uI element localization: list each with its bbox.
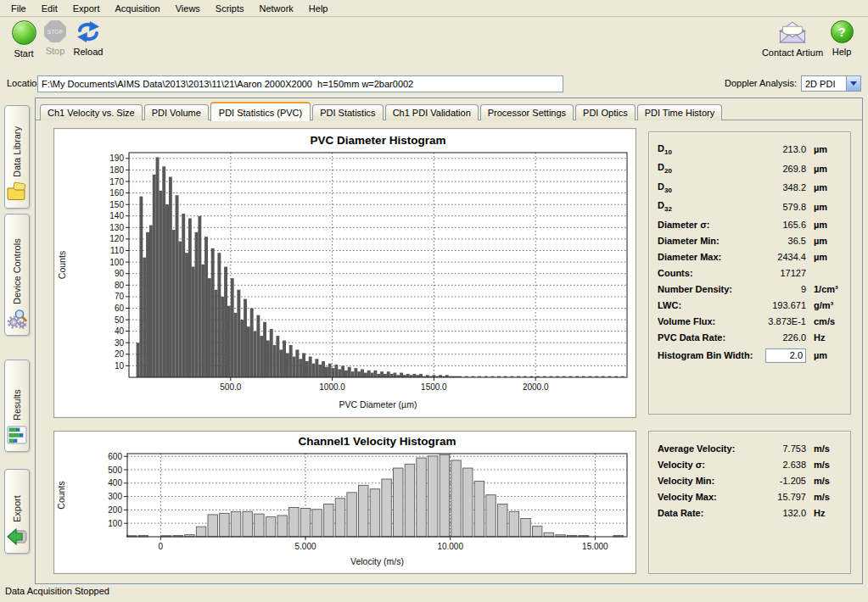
reload-icon: [65, 20, 111, 43]
stat-label: Counts:: [658, 268, 753, 278]
stat-value: 348.2: [753, 182, 806, 192]
svg-text:0: 0: [159, 542, 164, 551]
stat-unit: 1/cm³: [806, 284, 842, 294]
stat-unit: µm: [806, 236, 842, 246]
export-arrow-icon: [6, 526, 28, 549]
svg-text:1000.0: 1000.0: [319, 382, 345, 392]
stat-label: Velocity σ:: [658, 460, 753, 470]
stat-value: 36.5: [753, 236, 806, 246]
stat-row-counts: Counts:17127: [658, 265, 842, 281]
menu-item-acquisition[interactable]: Acquisition: [108, 2, 168, 15]
stat-unit: m/s: [806, 460, 842, 470]
stat-label: Histogram Bin Width:: [658, 350, 753, 360]
tab-pdi-time-history[interactable]: PDI Time History: [637, 104, 723, 120]
chevron-down-icon: [850, 81, 857, 86]
svg-text:70: 70: [115, 292, 125, 301]
stat-row-pvc-data-rate: PVC Data Rate:226.0Hz: [658, 329, 842, 345]
main-content-frame: Ch1 Velocity vs. SizePDI VolumePDI Stati…: [35, 98, 863, 584]
svg-text:180: 180: [109, 165, 124, 175]
histogram-bin-width-input[interactable]: [765, 348, 806, 363]
menu-item-export[interactable]: Export: [65, 2, 108, 15]
svg-text:15.000: 15.000: [582, 542, 608, 551]
barchart-icon: [6, 424, 28, 448]
tab-ch1-velocity-vs-size[interactable]: Ch1 Velocity vs. Size: [40, 104, 143, 120]
pvc-diameter-histogram-chart: 1020304050607080901001101201301401501601…: [54, 129, 636, 417]
svg-text:20: 20: [115, 349, 125, 359]
stat-value: 7.753: [753, 443, 806, 454]
svg-text:100: 100: [108, 519, 122, 528]
sidebar-item-label: Export: [12, 477, 22, 522]
stat-unit: µm: [806, 350, 842, 360]
stat-label: PVC Data Rate:: [658, 332, 753, 343]
sidebar-item-device-controls[interactable]: Device Controls: [4, 214, 30, 336]
svg-text:110: 110: [110, 246, 124, 255]
stop-icon-text: STOP: [48, 29, 64, 35]
doppler-analysis-value: 2D PDI: [802, 79, 846, 89]
svg-text:150: 150: [109, 200, 124, 209]
svg-text:1500.0: 1500.0: [421, 382, 447, 392]
menu-item-scripts[interactable]: Scripts: [208, 2, 252, 15]
velocity-histogram-panel: 10020030040050060005.00010.00015.000Chan…: [53, 431, 636, 574]
start-icon: [12, 20, 36, 45]
sidebar-item-export[interactable]: Export: [4, 469, 30, 554]
stat-label: Diameter Min:: [658, 236, 753, 246]
envelope-icon: [750, 20, 835, 44]
svg-text:140: 140: [109, 211, 124, 220]
sidebar-item-data-library[interactable]: Data Library: [4, 105, 30, 209]
stat-unit: cm/s: [806, 316, 842, 326]
stat-row-average-velocity: Average Velocity:7.753m/s: [658, 440, 842, 456]
stat-label: Diameter Max:: [658, 252, 753, 262]
svg-text:Velocity (m/s): Velocity (m/s): [350, 556, 404, 566]
menu-item-network[interactable]: Network: [251, 2, 300, 15]
pvc-diameter-histogram-panel: 1020304050607080901001101201301401501601…: [53, 128, 636, 418]
stat-unit: g/m³: [806, 300, 842, 310]
stat-unit: µm: [806, 144, 842, 154]
stat-value: 213.0: [753, 144, 806, 154]
svg-text:2000.0: 2000.0: [523, 382, 549, 392]
status-bar: Data Acquisition Stopped: [0, 583, 868, 602]
stat-row-d20: D20269.8µm: [658, 159, 842, 179]
stat-row-diameter-max: Diameter Max:2434.4µm: [658, 248, 842, 265]
contact-artium-button[interactable]: Contact Artium: [750, 20, 835, 58]
svg-text:80: 80: [115, 281, 125, 290]
help-icon: ?: [831, 20, 854, 43]
stat-value: 9: [753, 284, 806, 294]
stat-value: -1.205: [753, 476, 806, 486]
menu-item-edit[interactable]: Edit: [34, 2, 65, 15]
doppler-analysis-select[interactable]: 2D PDI: [801, 75, 861, 92]
tab-pdi-volume[interactable]: PDI Volume: [144, 104, 209, 120]
stat-label: LWC:: [658, 300, 753, 310]
tab-pdi-statistics[interactable]: PDI Statistics: [312, 104, 383, 120]
stat-label: D10: [658, 143, 753, 156]
location-input[interactable]: [37, 75, 563, 92]
reload-button[interactable]: Reload: [65, 20, 111, 57]
stat-row-histogram-bin-width: Histogram Bin Width:µm: [658, 346, 842, 365]
dropdown-arrow-button[interactable]: [846, 76, 860, 91]
stat-label: Diameter σ:: [658, 220, 753, 230]
tab-ch1-pdi-validation[interactable]: Ch1 PDI Validation: [385, 104, 479, 120]
tab-strip: Ch1 Velocity vs. SizePDI VolumePDI Stati…: [36, 100, 862, 120]
svg-text:170: 170: [109, 177, 124, 187]
menu-item-help[interactable]: Help: [301, 2, 336, 15]
stat-value: 3.873E-1: [753, 316, 806, 326]
stat-label: Velocity Max:: [658, 492, 753, 502]
stat-row-diameter-min: Diameter Min:36.5µm: [658, 232, 842, 248]
tab-pdi-statistics-pvc[interactable]: PDI Statistics (PVC): [210, 102, 311, 121]
svg-text:90: 90: [115, 269, 125, 278]
stat-value: 17127: [753, 268, 806, 278]
stat-row-d10: D10213.0µm: [658, 140, 842, 159]
gears-icon: [6, 308, 28, 332]
stat-label: D32: [658, 200, 753, 213]
sidebar-item-results[interactable]: Results: [4, 360, 30, 452]
stat-unit: µm: [806, 164, 842, 174]
sidebar-item-label: Data Library: [12, 113, 22, 177]
stat-label: Volume Flux:: [658, 316, 753, 326]
aims-application-window: { "menu": { "items": ["File", "Edit", "E…: [0, 0, 868, 602]
reload-button-label: Reload: [65, 47, 111, 57]
menu-item-file[interactable]: File: [3, 2, 34, 15]
help-button[interactable]: ? Help: [823, 20, 860, 57]
status-text: Data Acquisition Stopped: [5, 586, 109, 596]
tab-pdi-optics[interactable]: PDI Optics: [575, 104, 636, 120]
tab-processor-settings[interactable]: Processor Settings: [480, 104, 574, 120]
menu-item-views[interactable]: Views: [168, 2, 208, 15]
